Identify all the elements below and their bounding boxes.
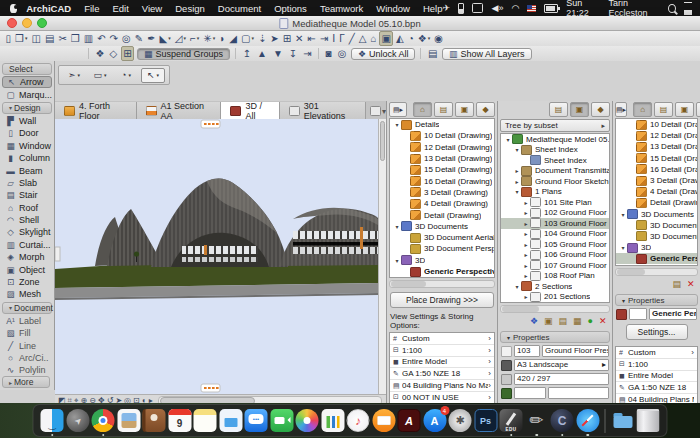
view-map-tab[interactable]: ▤ [549, 102, 568, 117]
scale-row[interactable]: ⊟1:100 [616, 359, 697, 371]
suspend-groups-button[interactable]: ▦Suspend Groups [137, 48, 230, 60]
layer-combination-row[interactable]: #Custom› [390, 333, 494, 345]
beam-tool[interactable]: ▬Beam [2, 164, 52, 176]
layout-properties-header[interactable]: ▾Properties [500, 331, 610, 343]
project-map-tab[interactable]: ⌂ [633, 102, 652, 117]
publisher-tab[interactable]: ◆ [476, 102, 495, 117]
tree-item[interactable]: 16 Detail (Drawing) [616, 164, 697, 175]
dock-app-chrome[interactable] [92, 409, 115, 432]
tree-item[interactable]: 10 Detail (Drawing) [390, 130, 494, 141]
tree-expand-icon[interactable]: ▾ [393, 257, 401, 264]
arc-tool[interactable]: ○Arc/Ci.. [2, 352, 52, 364]
clock-icon[interactable]: ◔ [406, 32, 415, 45]
tab-overflow-button[interactable]: ▾ [370, 106, 386, 116]
tree-item[interactable]: 4 Detail (Drawing) [616, 186, 697, 197]
minimize-button[interactable] [22, 18, 32, 28]
dock-app-calendar[interactable]: 9 [168, 409, 191, 432]
dimension-icon[interactable]: Ⅰ [331, 32, 337, 45]
marker-back-icon[interactable]: ⇤ [306, 32, 317, 45]
dock-app-facetime[interactable] [270, 409, 293, 432]
tree-item[interactable]: ▾3D [390, 255, 494, 266]
tree-expand-icon[interactable]: ▸ [522, 209, 530, 216]
tree-expand-icon[interactable]: ▸ [522, 262, 530, 269]
notification-center-icon[interactable] [684, 2, 692, 10]
tree-item[interactable]: Generic Perspective [616, 253, 697, 264]
layout-id-field[interactable]: 103 [514, 345, 540, 357]
viewport-vertical-scrollbar[interactable] [378, 119, 386, 394]
tree-item[interactable]: 10 Detail (Drawing) [616, 119, 697, 130]
view-id-field[interactable] [629, 308, 647, 320]
tab-301-elevations[interactable]: 301 Elevations [280, 102, 366, 119]
tree-item[interactable]: Sheet Index [501, 155, 609, 166]
roof-icon[interactable]: ⌂ [369, 32, 378, 45]
menu-item[interactable]: ArchiCAD [26, 3, 71, 14]
open-icon[interactable]: ❒▾ [14, 32, 29, 45]
dock-app-messages[interactable] [245, 409, 268, 432]
marker-forward-icon[interactable]: ⇥ [318, 32, 329, 45]
update-icon[interactable]: ● [586, 315, 594, 328]
layout-tree-scrollbar[interactable] [500, 305, 610, 313]
view-settings-button[interactable]: Settings... [626, 324, 688, 340]
publisher-tab[interactable]: ◆ [696, 102, 700, 117]
3d-viewport[interactable] [55, 119, 378, 394]
bring-forward-icon[interactable]: ▲ [256, 47, 269, 60]
new-master-icon[interactable]: ▤ [557, 315, 569, 328]
tree-item[interactable]: Detail (Drawing) [616, 197, 697, 208]
tree-expand-icon[interactable]: ▾ [513, 188, 521, 195]
new-icon[interactable]: ▯ [4, 32, 13, 45]
import-layout-icon[interactable]: ▦ [572, 315, 584, 328]
tree-item[interactable]: 12 Detail (Drawing) [390, 142, 494, 153]
toolbox-more-header[interactable]: ▸More [2, 376, 50, 388]
volume-icon[interactable]: ◀» [491, 4, 503, 13]
pop-out-navigator-icon[interactable]: ▤▸ [615, 102, 627, 117]
tree-item[interactable]: ▸Document Transmittal [501, 166, 609, 177]
render-dropdown-icon[interactable]: ❖▾ [416, 32, 431, 45]
tree-item[interactable]: ▾1 Plans [501, 187, 609, 198]
scale-row[interactable]: ⊟1:100› [390, 345, 494, 357]
dock-app-appstore[interactable]: A4 [423, 409, 446, 432]
place-drawing-button[interactable]: Place Drawing >>> [390, 292, 494, 308]
paste-icon[interactable]: ▥ [82, 32, 94, 45]
send-backward-icon[interactable]: ▼ [271, 47, 284, 60]
tree-expand-icon[interactable]: ▸ [522, 272, 530, 279]
copy-icon[interactable]: ❐ [69, 32, 81, 45]
navigator-tree-scrollbar[interactable] [389, 280, 495, 288]
layout-name-field[interactable]: Ground Floor Presentation [542, 345, 609, 357]
tree-item[interactable]: 16 Detail (Drawing) [390, 175, 494, 186]
bring-to-front-icon[interactable]: ↥ [241, 47, 252, 60]
find-select-icon[interactable]: ◎ [121, 32, 133, 45]
empty-field-1[interactable] [514, 387, 546, 399]
layout-book-tab[interactable]: ▣ [675, 102, 694, 117]
dock-app-photoshop[interactable]: Ps [474, 409, 497, 432]
tree-expand-icon[interactable]: ▸ [513, 178, 521, 185]
toolbox-select-header[interactable]: Select [2, 63, 52, 75]
object-tool[interactable]: ▣Object [2, 263, 52, 275]
tree-item[interactable]: ▾3D Documents [616, 209, 697, 220]
display-icon[interactable] [472, 3, 483, 13]
tree-expand-icon[interactable]: ▾ [619, 244, 627, 251]
tree-expand-icon[interactable]: ▸ [522, 293, 530, 300]
tree-expand-icon[interactable]: ▾ [504, 136, 512, 143]
shell-tool-icon[interactable]: ◗ [218, 32, 227, 45]
dock-app-archicad[interactable]: EDU [500, 409, 523, 432]
send-to-back-icon[interactable]: ↧ [287, 47, 298, 60]
tree-expand-icon[interactable]: ▾ [513, 283, 521, 290]
tree-expand-icon[interactable]: ▸ [513, 167, 521, 174]
reset-order-icon[interactable]: ⇥ [302, 47, 313, 60]
tree-item[interactable]: 3 Detail (Drawing) [616, 175, 697, 186]
layer-combination-row[interactable]: #Custom› [616, 347, 697, 359]
orbit-mode-icon[interactable]: ◔▾ [115, 69, 137, 82]
tree-item[interactable]: ▸201 Sections [501, 292, 609, 303]
tree-expand-icon[interactable]: ▾ [393, 223, 401, 230]
menu-item[interactable]: File [84, 3, 99, 14]
dock-app-numbers[interactable] [321, 409, 344, 432]
tree-item[interactable]: 3D Document Aerial [390, 232, 494, 243]
delete-icon[interactable]: ✕ [597, 315, 608, 328]
tree-expand-icon[interactable]: ▸ [522, 199, 530, 206]
zoom-button[interactable] [37, 18, 47, 28]
empty-field-2[interactable] [548, 387, 609, 399]
view-name-field[interactable]: Generic Perspective [649, 308, 697, 320]
dock-app-photos[interactable] [296, 409, 319, 432]
close-button[interactable] [7, 18, 17, 28]
thermometer-icon[interactable]: ◭ [394, 32, 405, 45]
